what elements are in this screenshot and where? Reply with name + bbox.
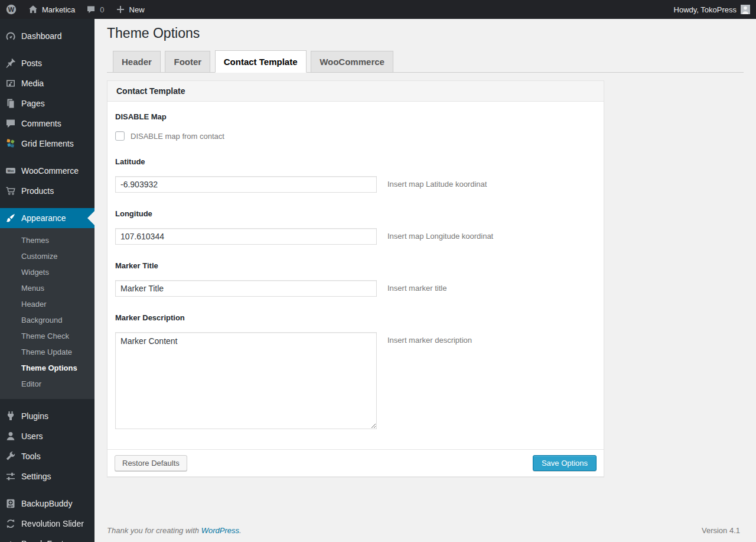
submenu-item-header[interactable]: Header <box>0 296 94 312</box>
menu-separator <box>0 154 94 161</box>
tab-footer[interactable]: Footer <box>165 51 210 72</box>
sidebar-item-label: Appearance <box>21 213 66 223</box>
comments-icon <box>5 118 17 129</box>
new-label: New <box>129 5 145 14</box>
wordpress-logo-menu[interactable]: W <box>0 0 22 19</box>
longitude-input[interactable] <box>115 228 377 245</box>
sidebar-item-backupbuddy[interactable]: BackupBuddy <box>0 494 94 514</box>
sidebar-item-label: Media <box>21 79 44 88</box>
submenu-item-themes[interactable]: Themes <box>0 232 94 248</box>
field-hint: Insert map Longitude koordinat <box>387 228 493 241</box>
sidebar-item-tools[interactable]: Tools <box>0 446 94 466</box>
plug-icon <box>5 410 17 422</box>
field-marker-title: Marker Title Insert marker title <box>115 261 596 297</box>
sidebar-item-revolution-slider[interactable]: Revolution Slider <box>0 514 94 534</box>
tab-woocommerce[interactable]: WooCommerce <box>311 51 393 72</box>
latitude-input[interactable] <box>115 176 377 193</box>
sidebar-item-plugins[interactable]: Plugins <box>0 406 94 426</box>
sidebar-item-settings[interactable]: Settings <box>0 466 94 486</box>
admin-bar-left: W Marketica 0 New <box>0 0 150 19</box>
footer-thanks: Thank you for creating with WordPress. <box>107 526 242 535</box>
menu-separator <box>0 486 94 494</box>
checkbox-row: DISABLE map from contact <box>115 131 596 141</box>
submenu-item-editor[interactable]: Editor <box>0 376 94 392</box>
restore-defaults-button[interactable]: Restore Defaults <box>115 455 187 471</box>
field-longitude: Longitude Insert map Longitude koordinat <box>115 209 596 245</box>
sidebar-item-products[interactable]: Products <box>0 181 94 201</box>
wordpress-link[interactable]: WordPress <box>201 526 239 535</box>
new-content-menu[interactable]: New <box>110 0 150 19</box>
submenu-item-theme-options[interactable]: Theme Options <box>0 360 94 376</box>
cart-icon <box>5 185 17 197</box>
page-footer: Thank you for creating with WordPress. V… <box>107 526 740 535</box>
user-icon <box>5 430 17 442</box>
field-hint: Insert marker description <box>387 332 472 345</box>
sidebar-item-appearance[interactable]: Appearance <box>0 208 94 228</box>
sidebar-item-label: Plugins <box>21 411 48 421</box>
sidebar-item-woocommerce[interactable]: Woo WooCommerce <box>0 161 94 181</box>
sidebar-item-label: Dashboard <box>21 31 62 41</box>
sidebar-item-posts[interactable]: Posts <box>0 53 94 73</box>
wordpress-logo-icon: W <box>5 4 17 15</box>
disable-map-checkbox[interactable] <box>115 131 125 141</box>
marker-title-input[interactable] <box>115 280 377 297</box>
sidebar-item-label: WooCommerce <box>21 166 79 176</box>
panel-body: DISABLE Map DISABLE map from contact Lat… <box>107 102 604 449</box>
tab-header[interactable]: Header <box>113 51 161 72</box>
field-disable-map: DISABLE Map DISABLE map from contact <box>115 112 596 141</box>
submenu-item-background[interactable]: Background <box>0 312 94 328</box>
field-label: Marker Description <box>115 313 596 322</box>
appearance-submenu: Themes Customize Widgets Menus Header Ba… <box>0 228 94 399</box>
submenu-item-widgets[interactable]: Widgets <box>0 264 94 280</box>
checkbox-label: DISABLE map from contact <box>131 132 224 141</box>
site-name-label: Marketica <box>42 5 75 14</box>
svg-text:W: W <box>8 6 15 13</box>
comment-count: 0 <box>100 5 104 14</box>
sidebar-item-punch-fonts[interactable]: A Punch Fonts <box>0 534 94 542</box>
wrench-icon <box>5 450 17 462</box>
sidebar-item-media[interactable]: Media <box>0 73 94 93</box>
sidebar-item-dashboard[interactable]: Dashboard <box>0 26 94 46</box>
account-menu[interactable]: Howdy, TokoPress <box>674 5 750 14</box>
sidebar-item-label: Grid Elements <box>21 139 74 148</box>
field-label: Marker Title <box>115 261 596 270</box>
svg-text:Woo: Woo <box>8 169 14 173</box>
field-label: Latitude <box>115 157 596 166</box>
sidebar-item-label: Products <box>21 186 54 196</box>
dashboard-icon <box>5 30 17 42</box>
backupbuddy-icon <box>5 498 17 509</box>
howdy-label: Howdy, TokoPress <box>674 5 737 14</box>
submenu-item-theme-check[interactable]: Theme Check <box>0 328 94 344</box>
contact-template-panel: Contact Template DISABLE Map DISABLE map… <box>107 80 604 477</box>
tab-contact-template[interactable]: Contact Template <box>215 50 307 73</box>
sliders-icon <box>5 470 17 482</box>
submenu-item-customize[interactable]: Customize <box>0 248 94 264</box>
sidebar-item-label: Pages <box>21 99 45 108</box>
comments-counter[interactable]: 0 <box>80 0 109 19</box>
admin-bar-right: Howdy, TokoPress <box>674 0 756 19</box>
comment-bubble-icon <box>86 4 96 15</box>
menu-separator <box>0 201 94 208</box>
sidebar-item-grid-elements[interactable]: Grid Elements <box>0 134 94 154</box>
sidebar-item-pages[interactable]: Pages <box>0 93 94 113</box>
grid-elements-icon <box>5 138 17 150</box>
marker-description-textarea[interactable]: Marker Content <box>115 332 377 429</box>
save-options-button[interactable]: Save Options <box>533 455 597 471</box>
sidebar-item-label: Settings <box>21 472 51 481</box>
site-name-link[interactable]: Marketica <box>22 0 80 19</box>
version-label: Version 4.1 <box>702 526 740 535</box>
main-content: Theme Options Header Footer Contact Temp… <box>94 0 756 542</box>
admin-bar: W Marketica 0 New Howdy, TokoPress <box>0 0 756 19</box>
field-label: Longitude <box>115 209 596 218</box>
sidebar-item-label: Users <box>21 431 43 441</box>
media-icon <box>5 77 17 89</box>
sidebar-item-comments[interactable]: Comments <box>0 113 94 134</box>
current-menu-arrow <box>87 211 94 225</box>
submenu-item-theme-update[interactable]: Theme Update <box>0 344 94 360</box>
field-hint: Insert marker title <box>387 280 447 293</box>
sidebar-item-users[interactable]: Users <box>0 426 94 446</box>
sidebar-item-label: Punch Fonts <box>21 539 68 542</box>
appearance-brush-icon <box>5 212 17 224</box>
submenu-item-menus[interactable]: Menus <box>0 280 94 296</box>
letter-a-icon: A <box>5 538 17 542</box>
